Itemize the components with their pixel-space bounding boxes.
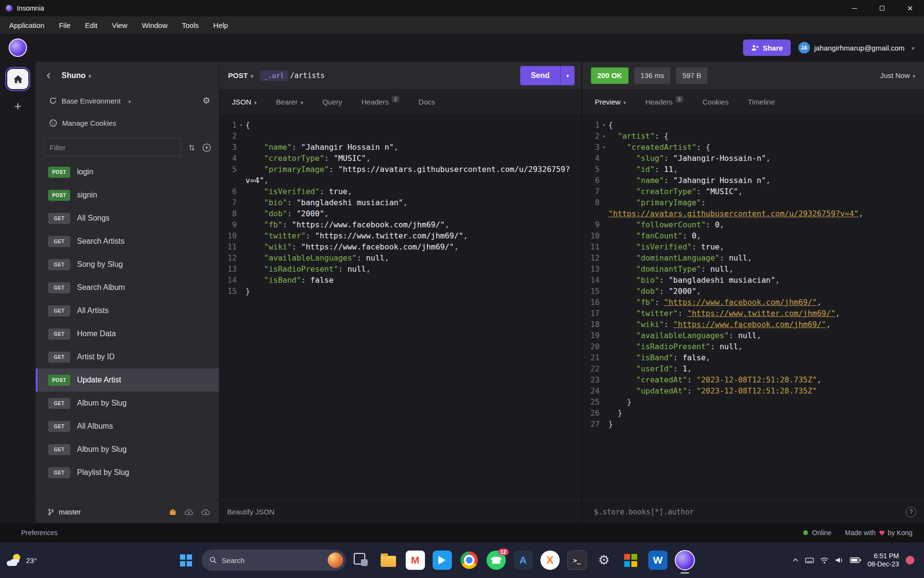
xampp-icon[interactable]: X — [540, 551, 560, 570]
chrome-icon[interactable] — [458, 549, 481, 572]
cloud-upload-icon[interactable] — [184, 509, 193, 515]
sidebar-request-item[interactable]: GETAll Songs — [36, 207, 219, 230]
gmail-icon[interactable]: M — [406, 551, 425, 570]
workspace-dropdown[interactable]: Shuno — [62, 71, 91, 80]
git-branch-button[interactable]: master — [47, 508, 81, 516]
weather-widget[interactable]: 23° — [7, 554, 79, 566]
sidebar-request-item[interactable]: GETSearch Artists — [36, 230, 219, 253]
sidebar-request-item[interactable]: GETSong by Slug — [36, 253, 219, 276]
package-icon[interactable] — [169, 508, 177, 516]
sidebar-request-item[interactable]: POSTlogin — [36, 160, 219, 184]
fold-toggle-icon — [600, 153, 608, 164]
response-history-dropdown[interactable]: Just Now — [880, 71, 915, 79]
task-view-icon[interactable] — [350, 549, 373, 572]
share-button[interactable]: Share — [743, 39, 791, 56]
tab-timeline[interactable]: Timeline — [738, 89, 784, 115]
insomnia-icon[interactable] — [673, 549, 696, 572]
response-body-viewer[interactable]: 1▾{2▾ "artist": {3▾ "createdArtist": {4 … — [582, 115, 924, 500]
sidebar-request-item[interactable]: GETAlbum by Slug — [36, 438, 219, 461]
filter-input[interactable] — [43, 138, 181, 157]
tab-label: Bearer — [276, 98, 298, 106]
sidebar-request-item[interactable]: GETAll Albums — [36, 415, 219, 438]
sidebar-request-item[interactable]: GETSearch Album — [36, 276, 219, 299]
environment-variable-tag[interactable]: _.url — [260, 70, 288, 81]
manage-cookies-label: Manage Cookies — [62, 119, 116, 127]
maximize-button[interactable] — [868, 0, 896, 16]
minimize-button[interactable] — [840, 0, 868, 16]
manage-cookies-button[interactable]: Manage Cookies — [36, 112, 219, 133]
menu-help[interactable]: Help — [206, 21, 235, 29]
sort-icon[interactable] — [188, 144, 195, 152]
chevron-left-icon — [45, 72, 52, 79]
sidebar-request-item[interactable]: GETArtist by ID — [36, 345, 219, 368]
account-menu[interactable]: JA jahangirhmarup@gmail.com — [798, 42, 914, 53]
code-line: 22 "userId": 1, — [582, 363, 924, 374]
home-button[interactable] — [7, 69, 28, 89]
back-button[interactable] — [42, 69, 55, 82]
method-dropdown[interactable]: POST — [228, 71, 253, 79]
fold-toggle-icon — [600, 319, 608, 330]
file-explorer-icon[interactable] — [377, 549, 400, 572]
tab-bearer[interactable]: Bearer — [267, 89, 313, 115]
fold-toggle-icon[interactable]: ▾ — [237, 119, 245, 131]
line-content: "isVerified": true, — [245, 186, 581, 197]
send-button[interactable]: Send — [520, 66, 560, 85]
beautify-json-button[interactable]: Beautify JSON — [227, 508, 274, 516]
add-workspace-button[interactable] — [11, 99, 25, 113]
environment-selector[interactable]: Base Environment — [49, 97, 131, 105]
menu-tools[interactable]: Tools — [175, 21, 206, 29]
request-body-editor[interactable]: 1▾{23 "name": "Jahangir Hossain n",4 "cr… — [219, 115, 581, 500]
sidebar-request-item[interactable]: GETAlbum by Slug — [36, 392, 219, 415]
tab-docs[interactable]: Docs — [409, 89, 445, 115]
send-options-button[interactable] — [560, 66, 575, 85]
sidebar-request-item[interactable]: GETPlaylist by Slug — [36, 461, 219, 484]
menu-file[interactable]: File — [51, 21, 77, 29]
tab-query[interactable]: Query — [313, 89, 352, 115]
sidebar-request-item[interactable]: POSTUpdate Artist — [36, 368, 219, 392]
help-icon[interactable]: ? — [906, 507, 916, 517]
volume-icon[interactable] — [835, 556, 844, 564]
tab-headers[interactable]: Headers8 — [636, 89, 693, 115]
battery-icon[interactable] — [850, 557, 861, 563]
menu-view[interactable]: View — [104, 21, 134, 29]
taskbar-clock[interactable]: 6:51 PM 08-Dec-23 — [868, 552, 899, 568]
tab-headers[interactable]: Headers2 — [352, 89, 409, 115]
wifi-icon[interactable] — [820, 557, 829, 564]
touch-keyboard-icon[interactable] — [805, 557, 814, 564]
fold-toggle-icon[interactable]: ▾ — [600, 119, 608, 131]
fold-toggle-icon[interactable]: ▾ — [600, 131, 608, 142]
settings-icon[interactable]: ⚙ — [592, 549, 616, 572]
line-number: 1 — [582, 119, 600, 131]
method-label: POST — [228, 71, 248, 79]
microsoft-365-icon[interactable] — [619, 549, 642, 572]
whatsapp-icon[interactable]: ☎12 — [487, 551, 506, 570]
menu-window[interactable]: Window — [135, 21, 175, 29]
word-icon[interactable]: W — [648, 551, 667, 570]
taskbar-search[interactable]: Search — [202, 550, 346, 571]
sidebar-request-item[interactable]: GETAll Artists — [36, 299, 219, 322]
gear-icon[interactable] — [203, 95, 210, 106]
cloud-download-icon[interactable] — [201, 509, 210, 515]
response-filter-input[interactable] — [590, 508, 906, 516]
add-request-button[interactable] — [202, 143, 211, 152]
code-line: 6 "isVerified": true, — [219, 186, 581, 197]
sidebar-request-item[interactable]: GETHome Data — [36, 322, 219, 345]
app-a-icon[interactable]: A — [513, 551, 533, 570]
start-button[interactable] — [175, 549, 198, 572]
menu-edit[interactable]: Edit — [78, 21, 105, 29]
vscode-icon[interactable] — [433, 551, 452, 570]
menu-application[interactable]: Application — [2, 21, 51, 29]
fold-toggle-icon[interactable]: ▾ — [600, 142, 608, 153]
close-button[interactable] — [896, 0, 924, 16]
terminal-icon[interactable]: >_ — [567, 551, 587, 570]
notification-badge[interactable] — [906, 556, 914, 565]
preferences-button[interactable]: Preferences — [21, 529, 57, 537]
sidebar-request-item[interactable]: POSTsignin — [36, 184, 219, 207]
url-input[interactable]: _.url /artists — [260, 70, 513, 81]
tab-json[interactable]: JSON — [222, 89, 267, 115]
request-name: Update Artist — [77, 376, 121, 384]
chevron-up-icon[interactable] — [792, 557, 799, 564]
tab-preview[interactable]: Preview — [585, 89, 636, 115]
tab-cookies[interactable]: Cookies — [693, 89, 738, 115]
code-line: 15} — [219, 286, 581, 297]
